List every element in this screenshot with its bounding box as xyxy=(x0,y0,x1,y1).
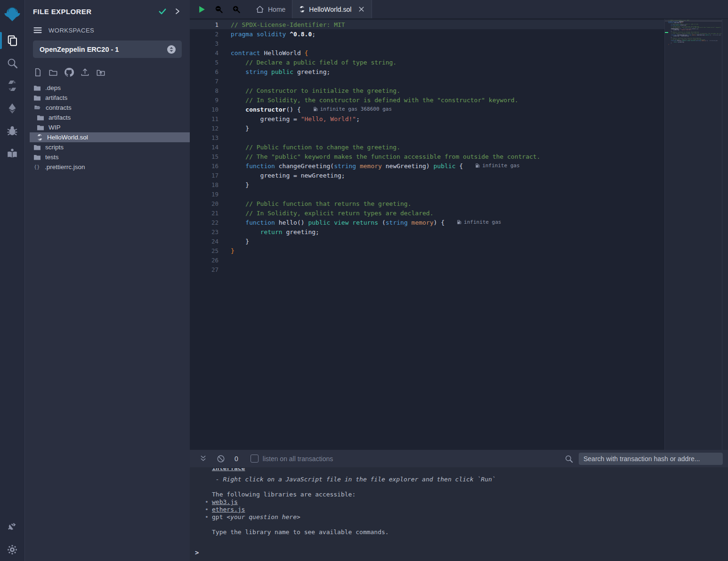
check-icon[interactable] xyxy=(158,7,167,16)
rail-item-debugger[interactable] xyxy=(0,120,25,142)
terminal-line: web3.js xyxy=(190,498,728,506)
tree-item-tests[interactable]: tests xyxy=(25,152,190,162)
terminal-link[interactable]: interface xyxy=(212,468,245,472)
tree-item-artifacts[interactable]: artifacts xyxy=(25,93,190,103)
tabs: HomeHelloWorld.sol xyxy=(249,0,372,18)
line-number: 4 xyxy=(190,49,218,57)
run-script-icon[interactable] xyxy=(198,5,206,14)
close-tab-icon[interactable] xyxy=(358,6,365,13)
line-number: 8 xyxy=(190,87,218,94)
remix-ide-window: FILE EXPLORER WORKSPACES OpenZeppelin ER… xyxy=(0,0,728,561)
rail-item-settings[interactable] xyxy=(0,538,25,561)
gas-estimate-badge: infinite gas xyxy=(713,35,721,36)
line-number: 1 xyxy=(190,21,218,28)
solidity-icon xyxy=(37,134,43,141)
folder-icon xyxy=(37,114,44,121)
home-icon xyxy=(256,5,264,14)
line-number: 9 xyxy=(190,97,218,104)
code-line-25: 25} xyxy=(190,246,664,255)
upload-file-icon[interactable] xyxy=(80,68,90,77)
terminal-panel: 0 listen on all transactions interface -… xyxy=(190,450,728,561)
clear-console-icon[interactable] xyxy=(217,455,225,463)
line-number: 2 xyxy=(190,31,218,38)
tree-item-wip[interactable]: WIP xyxy=(25,122,190,132)
terminal-line: interface xyxy=(190,468,728,476)
rail-item-solidity-compiler[interactable] xyxy=(0,74,25,97)
code-line-2: 2pragma solidity ^0.8.0; xyxy=(190,29,664,39)
folder-open-icon xyxy=(33,105,41,111)
code-line-8: 8 // Constructor to initialize the greet… xyxy=(190,86,664,95)
line-number: 19 xyxy=(190,191,218,198)
terminal-prompt[interactable]: > xyxy=(195,549,199,556)
terminal-link[interactable]: web3.js xyxy=(212,498,238,505)
github-icon[interactable] xyxy=(64,67,74,77)
new-file-icon[interactable] xyxy=(33,68,42,77)
code-line-7: 7 xyxy=(190,76,664,86)
tab-helloworld-sol[interactable]: HelloWorld.sol xyxy=(292,0,372,18)
minimap-content: // SPDX-License-Identifier: MITpragma so… xyxy=(665,19,722,45)
file-explorer-toolbar xyxy=(25,58,190,81)
editor-scrollbar[interactable] xyxy=(722,19,728,450)
gas-estimate-badge: infinite gas xyxy=(710,41,718,42)
line-number: 21 xyxy=(190,210,218,217)
terminal-line: The following libraries are accessible: xyxy=(190,491,728,498)
new-folder-icon[interactable] xyxy=(49,68,58,77)
line-number: 14 xyxy=(190,144,218,151)
tree-item--prettierrc-json[interactable]: {}.prettierrc.json xyxy=(25,162,190,172)
tab-home[interactable]: Home xyxy=(249,0,292,18)
terminal-link[interactable]: ethers.js xyxy=(212,506,245,513)
terminal-line: Type the library name to see available c… xyxy=(190,528,728,536)
listen-transactions-checkbox[interactable] xyxy=(251,455,259,463)
code-line-17: 17 greeting = newGreeting; xyxy=(190,171,664,180)
rail-item-plugin-manager[interactable] xyxy=(0,516,25,538)
line-number: 3 xyxy=(190,40,218,47)
hamburger-menu-icon[interactable] xyxy=(33,25,42,35)
upload-folder-icon[interactable] xyxy=(96,68,105,77)
plugin-manager-icon xyxy=(7,521,18,533)
chevron-right-icon[interactable] xyxy=(174,8,181,15)
code-line-13: 13 xyxy=(190,133,664,142)
settings-icon xyxy=(7,544,18,555)
tree-item--deps[interactable]: .deps xyxy=(25,83,190,93)
tree-item-label: HelloWorld.sol xyxy=(47,134,88,141)
folder-icon xyxy=(33,95,41,101)
minimap[interactable]: // SPDX-License-Identifier: MITpragma so… xyxy=(664,19,722,450)
line-number: 10 xyxy=(190,106,218,113)
terminal-line xyxy=(190,483,728,491)
zoom-in-icon[interactable] xyxy=(232,5,241,14)
svg-text:{}: {} xyxy=(34,164,40,170)
code-line-5: 5 // Declare a public field of type stri… xyxy=(190,57,664,67)
rail-item-learneth[interactable] xyxy=(0,142,25,165)
rail-item-search[interactable] xyxy=(0,52,25,74)
line-number: 11 xyxy=(190,115,218,122)
workspace-selected-value: OpenZeppelin ERC20 - 1 xyxy=(40,46,167,53)
zoom-out-icon[interactable] xyxy=(214,5,223,14)
code-line-23: 23 return greeting; xyxy=(190,227,664,236)
terminal-search-icon xyxy=(565,453,573,464)
tree-item-scripts[interactable]: scripts xyxy=(25,142,190,152)
terminal-output[interactable]: interface - Right click on a JavaScript … xyxy=(190,467,728,561)
expand-terminal-icon[interactable] xyxy=(199,455,207,463)
line-number: 12 xyxy=(190,125,218,132)
terminal-search-input[interactable] xyxy=(579,453,723,465)
tab-label: Home xyxy=(268,6,285,13)
rail-item-deploy-run[interactable] xyxy=(0,97,25,120)
folder-icon xyxy=(33,154,41,161)
file-explorer-icon xyxy=(7,35,18,46)
terminal-line: ethers.js xyxy=(190,506,728,513)
workspace-select[interactable]: OpenZeppelin ERC20 - 1 xyxy=(33,41,182,58)
workspaces-row: WORKSPACES xyxy=(25,19,190,38)
line-number: 18 xyxy=(190,181,218,188)
terminal-line: - Right click on a JavaScript file in th… xyxy=(190,476,728,483)
tree-item-contracts[interactable]: contracts xyxy=(25,103,190,113)
line-number: 17 xyxy=(190,172,218,179)
tree-item-helloworld-sol[interactable]: HelloWorld.sol xyxy=(30,132,190,142)
line-number: 25 xyxy=(190,247,218,254)
rail-item-file-explorer[interactable] xyxy=(0,29,25,52)
main-area: HomeHelloWorld.sol 1// SPDX-License-Iden… xyxy=(190,0,728,561)
code-editor[interactable]: 1// SPDX-License-Identifier: MIT2pragma … xyxy=(190,19,728,450)
tree-item-label: tests xyxy=(45,154,59,161)
terminal-toolbar: 0 listen on all transactions xyxy=(190,450,728,467)
tree-item-artifacts[interactable]: artifacts xyxy=(25,113,190,122)
code-line-4: 4contract HelloWorld { xyxy=(190,48,664,57)
